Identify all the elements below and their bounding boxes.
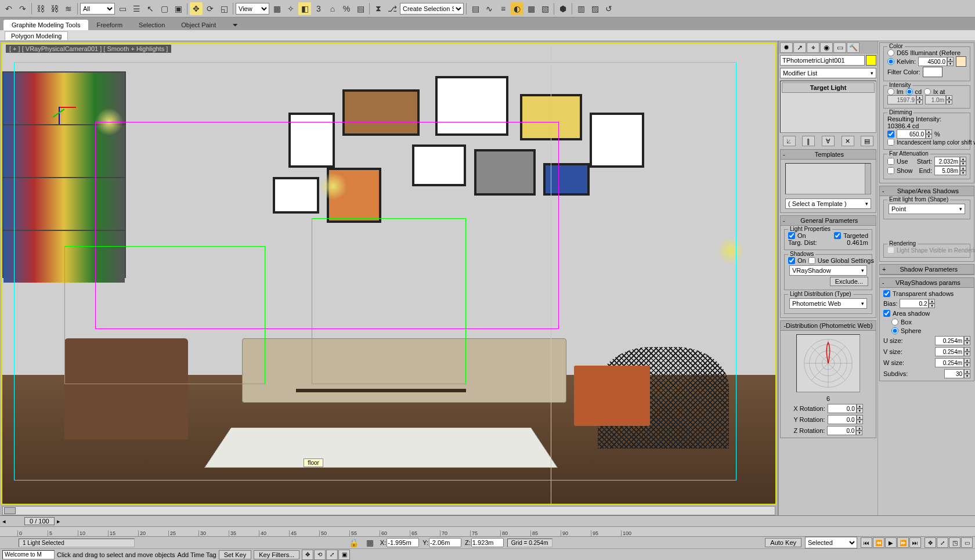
tab-object-paint[interactable]: Object Paint <box>173 20 224 30</box>
vray-shadows-header[interactable]: -VRayShadows params <box>880 278 974 288</box>
nav4-icon[interactable]: ▣ <box>338 550 350 560</box>
bind-icon[interactable]: ≋ <box>62 2 75 15</box>
coord-x-field[interactable] <box>387 538 419 547</box>
time-ruler[interactable]: 0510152025303540455055606570758085909510… <box>0 526 975 537</box>
snap-icon[interactable]: ◧ <box>298 2 311 15</box>
a-icon[interactable]: ▥ <box>575 2 587 15</box>
rotate-icon[interactable]: ⟳ <box>204 2 216 15</box>
zoom-ext-icon[interactable]: ▭ <box>961 537 973 548</box>
shape-shadows-header[interactable]: -Shape/Area Shadows <box>880 186 974 196</box>
viewport-label[interactable]: [ + ] [ VRayPhysicalCamera001 ] [ Smooth… <box>6 45 171 53</box>
pin-stack-icon[interactable]: ⟀ <box>783 136 796 146</box>
y-rotation-spinner[interactable] <box>828 415 857 424</box>
vsize-spinner[interactable] <box>935 347 964 356</box>
incand-checkbox[interactable] <box>887 139 894 146</box>
mirror-icon[interactable]: ⧗ <box>372 2 385 15</box>
configure-icon[interactable]: ▤ <box>861 136 873 146</box>
use-global-checkbox[interactable] <box>808 257 815 264</box>
light-on-checkbox[interactable] <box>788 232 795 239</box>
material-editor-icon[interactable]: ◐ <box>511 2 523 15</box>
fov-icon[interactable]: ◳ <box>949 537 960 548</box>
link-icon[interactable]: ⛓ <box>34 2 47 15</box>
filter-color-swatch[interactable] <box>923 67 943 77</box>
modifier-stack[interactable]: Target Light <box>780 81 876 133</box>
targeted-checkbox[interactable] <box>834 232 841 239</box>
area-shadow-checkbox[interactable] <box>883 310 890 317</box>
shadow-params-header[interactable]: +Shadow Parameters <box>880 265 974 274</box>
prev-frame-icon[interactable]: ⏪ <box>873 537 884 548</box>
viewport-hscroll[interactable] <box>2 506 775 515</box>
angle-snap-icon[interactable]: 3 <box>312 2 325 15</box>
box-radio[interactable] <box>891 319 898 326</box>
time-slider[interactable]: ◂ 0 / 100 ▸ <box>0 516 975 526</box>
set-key-button[interactable]: Set Key <box>219 550 252 559</box>
lm-radio[interactable] <box>887 88 894 95</box>
selection-set-dropdown[interactable]: Create Selection Se <box>400 3 464 15</box>
atten-use-checkbox[interactable] <box>887 158 894 165</box>
rect-region-icon[interactable]: ▢ <box>158 2 171 15</box>
nav2-icon[interactable]: ⟲ <box>314 550 326 560</box>
schematic-icon[interactable]: ≡ <box>497 2 510 15</box>
render-prod-icon[interactable]: ⬢ <box>557 2 569 15</box>
photometric-web-preview[interactable] <box>796 334 860 392</box>
selection-filter-dropdown[interactable]: All <box>80 3 115 15</box>
select-name-icon[interactable]: ☰ <box>130 2 143 15</box>
sphere-radio[interactable] <box>891 327 898 334</box>
kelvin-radio[interactable] <box>887 58 894 65</box>
display-tab-icon[interactable]: ▭ <box>833 42 846 53</box>
unique-icon[interactable]: ∀ <box>822 136 835 146</box>
d65-radio[interactable] <box>887 49 894 56</box>
create-tab-icon[interactable]: ✹ <box>780 42 793 53</box>
bias-spinner[interactable] <box>900 299 929 308</box>
atten-start-spinner[interactable] <box>934 157 960 166</box>
shadows-on-checkbox[interactable] <box>788 257 795 264</box>
dimming-checkbox[interactable] <box>887 131 894 138</box>
templates-list[interactable] <box>785 163 871 194</box>
c-icon[interactable]: ↺ <box>602 2 615 15</box>
coord-z-field[interactable] <box>471 538 504 547</box>
window-cross-icon[interactable]: ▣ <box>172 2 185 15</box>
undo-icon[interactable]: ↶ <box>2 2 15 15</box>
pivot-icon[interactable]: ▦ <box>270 2 283 15</box>
align-icon[interactable]: ⎇ <box>386 2 399 15</box>
maxscript-prompt[interactable] <box>2 550 55 559</box>
modify-tab-icon[interactable]: ↗ <box>793 42 806 53</box>
unlink-icon[interactable]: ⛓̸ <box>48 2 61 15</box>
dimming-pct-spinner[interactable] <box>897 129 926 139</box>
z-rotation-spinner[interactable] <box>827 426 856 435</box>
render-setup-icon[interactable]: ▦ <box>525 2 537 15</box>
zoom-icon[interactable]: ⤢ <box>937 537 948 548</box>
next-frame-icon[interactable]: ⏩ <box>897 537 909 548</box>
ribbon-minimize-icon[interactable]: ⏷ <box>224 20 247 30</box>
dist-web-header[interactable]: -Distribution (Photometric Web) <box>781 321 876 331</box>
spinner-snap-icon[interactable]: % <box>340 2 353 15</box>
ref-coord-dropdown[interactable]: View <box>236 3 269 15</box>
time-slider-handle[interactable]: 0 / 100 <box>24 517 55 525</box>
stack-item-target-light[interactable]: Target Light <box>782 82 875 93</box>
transform-gizmo[interactable] <box>41 89 76 124</box>
lock-icon[interactable]: 🔒 <box>348 536 360 549</box>
render-frame-icon[interactable]: ▧ <box>539 2 551 15</box>
remove-mod-icon[interactable]: ✕ <box>842 136 854 146</box>
exclude-button[interactable]: Exclude... <box>830 277 868 286</box>
named-sel-icon[interactable]: ▤ <box>354 2 367 15</box>
modifier-list-dropdown[interactable]: Modifier List <box>780 68 876 78</box>
tab-freeform[interactable]: Freeform <box>88 20 131 30</box>
subtab-polygon-modeling[interactable]: Polygon Modeling <box>5 31 68 40</box>
coord-y-field[interactable] <box>429 538 461 547</box>
hierarchy-tab-icon[interactable]: ⌖ <box>807 42 819 53</box>
kelvin-spinner[interactable] <box>918 57 947 66</box>
select-arrow-icon[interactable]: ↖ <box>144 2 157 15</box>
scale-icon[interactable]: ◱ <box>218 2 230 15</box>
object-color-swatch[interactable] <box>866 55 876 66</box>
goto-end-icon[interactable]: ⏭ <box>909 537 921 548</box>
pan-icon[interactable]: ✥ <box>925 537 936 548</box>
tab-graphite[interactable]: Graphite Modeling Tools <box>3 20 88 30</box>
atten-end-spinner[interactable] <box>934 166 960 175</box>
percent-snap-icon[interactable]: ⌂ <box>326 2 339 15</box>
show-end-icon[interactable]: ‖ <box>802 136 815 146</box>
nav3-icon[interactable]: ⤢ <box>326 550 338 560</box>
motion-tab-icon[interactable]: ◉ <box>820 42 833 53</box>
redo-icon[interactable]: ↷ <box>16 2 29 15</box>
usize-spinner[interactable] <box>935 336 964 345</box>
